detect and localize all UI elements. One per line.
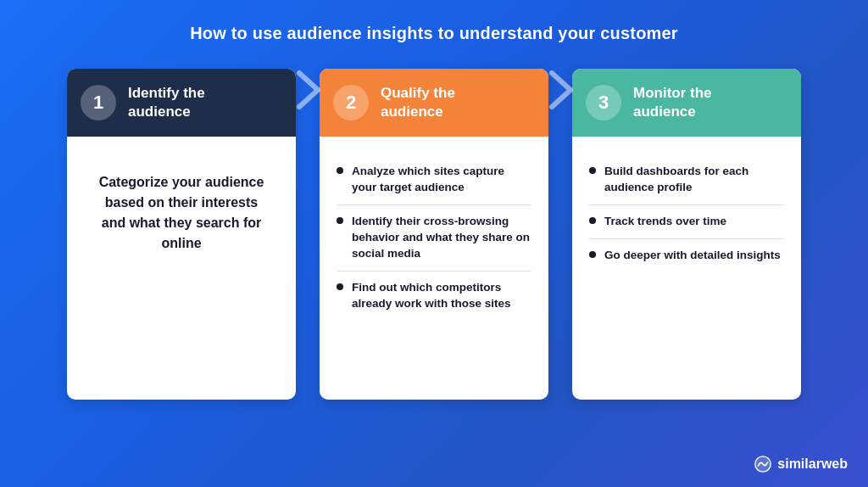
step-circle-3: 3 (586, 85, 621, 120)
similarweb-icon (754, 455, 772, 473)
list-item: Analyze which sites capture your target … (337, 155, 531, 205)
card-1-header-title: Identify theaudience (128, 84, 205, 121)
step-circle-2: 2 (333, 85, 369, 120)
cards-container: 1 Identify theaudience Categorize your a… (0, 69, 868, 400)
card-3-body: Build dashboards for each audience profi… (572, 137, 801, 291)
card-2: 2 Qualify theaudience Analyze which site… (320, 69, 548, 400)
card-3-bullet-list: Build dashboards for each audience profi… (589, 155, 784, 272)
card-wrapper-2: 2 Qualify theaudience Analyze which site… (320, 69, 548, 400)
list-item: Find out which competitors already work … (337, 271, 531, 321)
card-3-header: 3 Monitor theaudience (572, 69, 801, 137)
bullet-dot (589, 217, 596, 224)
chevron-arrow-1 (291, 69, 325, 111)
card-1-body: Categorize your audience based on their … (67, 137, 296, 289)
step-circle-1: 1 (81, 85, 116, 120)
card-2-header: 2 Qualify theaudience (320, 69, 548, 137)
bullet-dot (337, 283, 343, 290)
list-item: Go deeper with detailed insights (589, 239, 784, 272)
card-3-header-title: Monitor theaudience (633, 84, 712, 121)
list-item: Build dashboards for each audience profi… (589, 155, 784, 205)
card-2-body: Analyze which sites capture your target … (320, 137, 548, 339)
bullet-dot (337, 217, 343, 224)
card-wrapper-1: 1 Identify theaudience Categorize your a… (67, 69, 296, 400)
list-item: Identify their cross-browsing behavior a… (337, 205, 531, 271)
bullet-dot (337, 167, 343, 174)
card-2-header-title: Qualify theaudience (381, 84, 455, 121)
bullet-dot (589, 167, 596, 174)
card-1-main-text: Categorize your audience based on their … (84, 155, 279, 271)
similarweb-logo: similarweb (754, 455, 848, 473)
list-item: Track trends over time (589, 205, 784, 239)
card-3: 3 Monitor theaudience Build dashboards f… (572, 69, 801, 400)
bullet-dot (589, 251, 596, 258)
similarweb-text: similarweb (777, 456, 848, 472)
card-1-header: 1 Identify theaudience (67, 69, 296, 137)
page-title: How to use audience insights to understa… (0, 0, 868, 43)
card-2-bullet-list: Analyze which sites capture your target … (337, 155, 531, 320)
chevron-arrow-2 (543, 69, 577, 111)
card-wrapper-3: 3 Monitor theaudience Build dashboards f… (572, 69, 801, 400)
card-1: 1 Identify theaudience Categorize your a… (67, 69, 296, 400)
page-container: How to use audience insights to understa… (0, 0, 868, 400)
